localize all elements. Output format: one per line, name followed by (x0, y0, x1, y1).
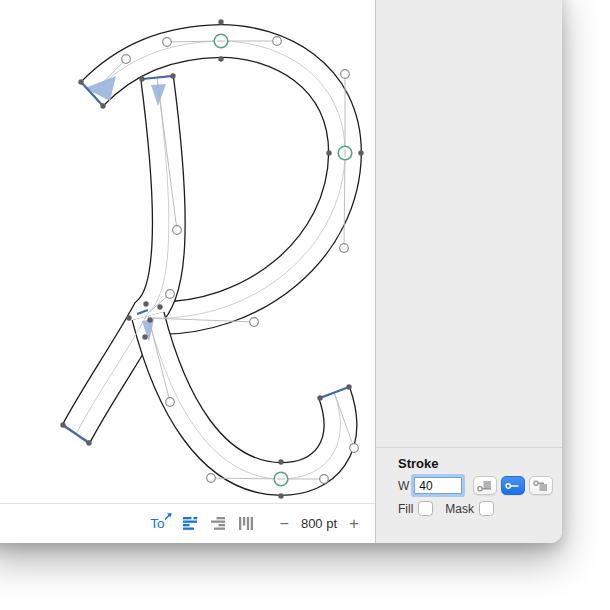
stroke-section: Stroke W (376, 447, 562, 516)
stroke-align-left-button[interactable] (473, 476, 497, 495)
outline-node-dot[interactable] (139, 76, 144, 81)
preview-text-button[interactable]: To (150, 517, 170, 530)
offcurve-handle[interactable] (350, 444, 359, 453)
mask-checkbox[interactable] (479, 501, 494, 516)
offcurve-handle[interactable] (166, 290, 175, 299)
stroke-alignment-segmented-control (473, 476, 553, 495)
mask-label: Mask (445, 502, 474, 516)
offcurve-handle[interactable] (341, 70, 350, 79)
stroke-align-right-icon (533, 480, 549, 492)
outline-node-dot[interactable] (278, 459, 283, 464)
outline-node-dot[interactable] (100, 103, 105, 108)
window-content: To (0, 0, 562, 543)
offcurve-handle[interactable] (163, 38, 172, 47)
fill-label: Fill (398, 502, 413, 516)
stroke-section-title: Stroke (398, 456, 562, 471)
zoom-in-button[interactable]: + (349, 517, 359, 531)
outline-node-dot[interactable] (326, 150, 331, 155)
offcurve-handle[interactable] (273, 37, 282, 46)
stroke-align-right-button[interactable] (529, 476, 553, 495)
offcurve-handle[interactable] (122, 55, 131, 64)
offcurve-handle[interactable] (207, 474, 216, 483)
offcurve-handle[interactable] (320, 475, 329, 484)
stroke-width-label: W (398, 479, 409, 493)
fill-checkbox[interactable] (418, 501, 433, 516)
glyph-editor-canvas[interactable] (0, 0, 375, 503)
outline-node-dot[interactable] (358, 150, 363, 155)
outline-node-dot[interactable] (142, 334, 147, 339)
outline-node-dot[interactable] (278, 493, 283, 498)
writing-direction-vertical-button[interactable] (239, 517, 254, 530)
outline-node-dot[interactable] (78, 79, 83, 84)
outline-node-dot[interactable] (218, 56, 223, 61)
outline-node-dot[interactable] (126, 315, 131, 320)
zoom-level-field[interactable]: 800 pt (301, 516, 337, 531)
offcurve-handle[interactable] (166, 398, 175, 407)
outline-node-dot[interactable] (86, 440, 91, 445)
vertical-text-icon (239, 517, 254, 530)
align-left-icon (183, 517, 199, 530)
glyph-outline-drawing[interactable] (0, 0, 375, 503)
align-right-icon (211, 517, 227, 530)
preview-text-label: To (150, 516, 164, 531)
outline-node-dot[interactable] (218, 19, 223, 24)
stroke-align-center-button[interactable] (501, 476, 525, 495)
stroke-align-left-icon (477, 480, 493, 492)
writing-direction-rtl-button[interactable] (211, 517, 227, 530)
edit-view: To (0, 0, 375, 543)
editor-bottom-toolbar: To (0, 503, 375, 543)
zoom-out-button[interactable]: − (280, 517, 289, 531)
outline-node-dot[interactable] (170, 73, 175, 78)
outline-node-dot[interactable] (157, 304, 162, 309)
outline-node-dot[interactable] (317, 395, 322, 400)
outline-node-dot[interactable] (147, 317, 152, 322)
outline-node-dot[interactable] (143, 301, 148, 306)
app-window: To (0, 0, 562, 543)
offcurve-handle[interactable] (340, 244, 349, 253)
outline-node-dot[interactable] (346, 384, 351, 389)
arrow-up-right-icon (164, 513, 172, 521)
stroke-align-center-icon (505, 480, 521, 492)
outline-node-dot[interactable] (60, 422, 65, 427)
offcurve-handle[interactable] (173, 226, 182, 235)
offcurve-handle[interactable] (250, 318, 259, 327)
writing-direction-ltr-button[interactable] (183, 517, 199, 530)
info-sidebar: Stroke W (375, 0, 562, 543)
stroke-width-input[interactable] (414, 477, 462, 494)
